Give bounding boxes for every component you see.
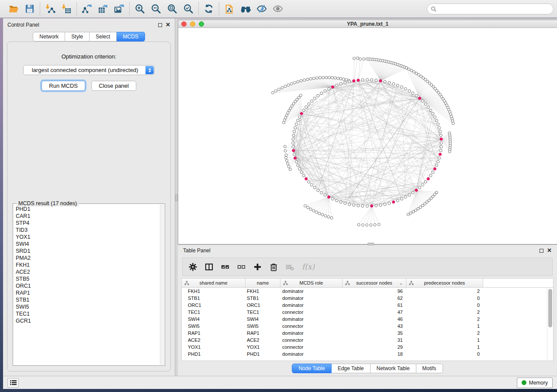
unselect-all-button[interactable] — [237, 263, 246, 271]
satellite-node[interactable] — [309, 208, 312, 210]
mcds-result-item[interactable]: TID3 — [14, 227, 159, 234]
mcds-result-item[interactable]: PHD1 — [14, 206, 159, 213]
close-table-panel-icon[interactable]: ✕ — [547, 248, 552, 253]
satellite-node[interactable] — [315, 211, 318, 213]
network-node[interactable] — [297, 119, 299, 122]
mcds-result-item[interactable]: ORC1 — [14, 282, 159, 289]
satellite-node[interactable] — [415, 209, 417, 212]
network-node[interactable] — [357, 204, 360, 207]
table-row[interactable]: SWI5SWI5connector431 — [182, 323, 547, 330]
tab-node-table[interactable]: Node Table — [292, 364, 332, 373]
column-header-shared-name[interactable]: shared name — [182, 279, 246, 287]
satellite-node[interactable] — [284, 119, 286, 121]
table-scrollbar-thumb[interactable] — [548, 289, 552, 327]
mcds-node[interactable] — [292, 149, 295, 152]
mcds-node[interactable] — [353, 79, 355, 82]
network-node[interactable] — [421, 183, 424, 186]
satellite-node[interactable] — [342, 78, 345, 80]
satellite-node[interactable] — [363, 58, 365, 60]
network-node[interactable] — [437, 123, 439, 125]
network-node[interactable] — [305, 106, 308, 108]
show-column-button[interactable] — [205, 263, 213, 271]
zoom-selected-button[interactable] — [182, 3, 194, 15]
satellite-node[interactable] — [357, 224, 360, 226]
satellite-node[interactable] — [285, 154, 287, 156]
search-binoculars-button[interactable] — [239, 3, 252, 15]
network-node[interactable] — [438, 157, 440, 159]
satellite-node[interactable] — [324, 215, 327, 217]
splitter-grip[interactable] — [175, 194, 178, 201]
satellite-node[interactable] — [297, 80, 299, 83]
satellite-node[interactable] — [359, 58, 362, 60]
column-header-mcds-role[interactable]: MCDS role — [280, 279, 343, 287]
network-node[interactable] — [439, 134, 442, 137]
mcds-node[interactable] — [305, 178, 308, 180]
network-node[interactable] — [424, 103, 427, 105]
tab-network[interactable]: Network — [33, 32, 65, 41]
add-column-button[interactable] — [253, 263, 262, 271]
network-node[interactable] — [348, 80, 351, 83]
satellite-node[interactable] — [278, 88, 280, 91]
horizontal-splitter-grip[interactable] — [367, 243, 374, 245]
mcds-node[interactable] — [370, 205, 373, 207]
column-header-name[interactable]: name — [246, 279, 280, 287]
network-node[interactable] — [404, 88, 407, 90]
satellite-node[interactable] — [318, 212, 321, 215]
satellite-node[interactable] — [325, 76, 328, 79]
satellite-node[interactable] — [289, 168, 291, 171]
tab-mcds[interactable]: MCDS — [117, 32, 145, 41]
tab-motifs[interactable]: Motifs — [416, 364, 443, 373]
satellite-node[interactable] — [424, 203, 426, 205]
network-node[interactable] — [317, 94, 319, 97]
network-node[interactable] — [439, 149, 442, 152]
satellite-node[interactable] — [283, 121, 285, 124]
network-node[interactable] — [421, 100, 424, 102]
satellite-node[interactable] — [312, 210, 315, 212]
satellite-node[interactable] — [374, 224, 376, 226]
mcds-result-item[interactable]: SWI5 — [14, 303, 159, 310]
satellite-node[interactable] — [287, 165, 290, 168]
network-node[interactable] — [396, 84, 399, 86]
network-node[interactable] — [384, 203, 386, 206]
close-panel-button[interactable]: Close panel — [91, 81, 136, 91]
network-node[interactable] — [438, 127, 440, 129]
network-node[interactable] — [361, 79, 364, 81]
satellite-node[interactable] — [306, 78, 309, 81]
network-node[interactable] — [293, 153, 295, 155]
mcds-node[interactable] — [357, 79, 360, 82]
network-node[interactable] — [366, 205, 368, 207]
network-node[interactable] — [375, 79, 377, 82]
delete-column-button[interactable] — [270, 263, 278, 271]
mcds-result-item[interactable]: STB5 — [14, 275, 159, 282]
satellite-node[interactable] — [410, 69, 413, 72]
network-node[interactable] — [440, 141, 443, 144]
network-node[interactable] — [313, 97, 316, 100]
mcds-result-item[interactable]: ACE2 — [14, 268, 159, 275]
satellite-node[interactable] — [316, 77, 318, 79]
network-node[interactable] — [313, 186, 316, 189]
network-node[interactable] — [328, 88, 330, 90]
network-node[interactable] — [310, 183, 313, 186]
satellite-node[interactable] — [322, 76, 325, 79]
mcds-result-item[interactable]: GCR1 — [14, 317, 159, 324]
export-network-button[interactable] — [81, 3, 93, 15]
column-header-predecessor-nodes[interactable]: predecessor nodes — [406, 279, 483, 287]
mcds-result-item[interactable]: TEC1 — [14, 310, 159, 317]
tab-select[interactable]: Select — [90, 32, 117, 41]
mcds-node[interactable] — [392, 201, 395, 203]
tab-style[interactable]: Style — [65, 32, 90, 41]
search-input[interactable] — [439, 6, 550, 12]
export-image-button[interactable] — [113, 3, 125, 15]
network-node[interactable] — [433, 116, 436, 118]
network-node[interactable] — [292, 138, 294, 141]
mcds-node[interactable] — [328, 196, 330, 198]
mcds-node[interactable] — [300, 112, 303, 115]
mcds-result-item[interactable]: RAP1 — [14, 289, 159, 296]
network-node[interactable] — [308, 181, 310, 183]
network-node[interactable] — [298, 168, 301, 170]
satellite-node[interactable] — [284, 117, 287, 119]
mcds-result-item[interactable]: YOX1 — [14, 234, 159, 241]
mcds-node[interactable] — [440, 138, 443, 141]
network-node[interactable] — [366, 79, 368, 81]
satellite-node[interactable] — [309, 77, 312, 80]
